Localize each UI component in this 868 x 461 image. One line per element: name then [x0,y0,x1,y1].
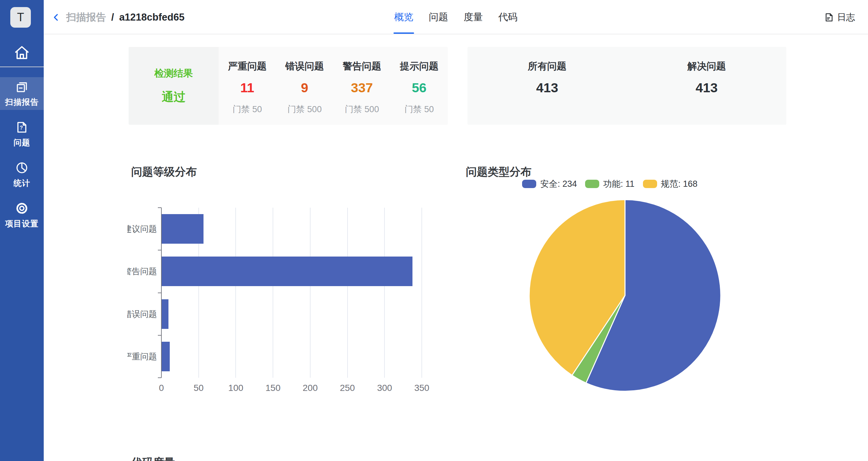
legend-item[interactable]: 安全: 234 [522,178,577,190]
tab-overview[interactable]: 概览 [394,0,414,34]
x-tick-label: 150 [266,383,281,393]
gridline [347,208,348,378]
x-tick-label: 350 [414,383,430,393]
total-label: 解决问题 [627,60,786,73]
metric-value: 11 [219,80,276,95]
total-all-issues: 所有问题 413 [467,47,627,125]
sidebar-item-home[interactable] [0,41,44,64]
issue-type-pie-chart [525,196,724,395]
y-axis-label: 警告问题 [127,266,157,277]
sidebar-item-scan-report[interactable]: 扫描报告 [0,77,44,110]
result-pass-block: 检测结果 通过 [129,47,219,125]
y-axis-tick [158,293,161,293]
scan-report-icon [15,80,29,94]
y-axis-tick [158,335,161,336]
breadcrumb-parent[interactable]: 扫描报告 [66,10,106,24]
metrics-row: 严重问题 11 门禁 50 错误问题 9 门禁 500 警告问题 337 门禁 … [219,47,448,125]
partial-section-title: 代码度量 [131,455,175,461]
legend-label: 安全: 234 [540,178,577,190]
sidebar-item-label: 项目设置 [5,218,38,229]
stats-pie-icon [15,161,29,175]
gridline [422,208,422,378]
total-label: 所有问题 [467,60,627,73]
x-tick-label: 200 [303,383,318,393]
legend-swatch [643,180,657,188]
y-axis-tick [158,377,161,378]
sidebar: T 扫描报告 ? 问题 [0,0,44,461]
tab-bar: 概览 问题 度量 代码 [394,0,518,34]
metric-gate: 门禁 50 [219,103,276,115]
bar [162,256,412,286]
breadcrumb: 扫描报告 / a1218cbfed65 [52,0,185,34]
y-axis-label: 错误问题 [127,309,157,319]
metric-hint: 提示问题 56 门禁 50 [391,47,448,125]
main-area: 扫描报告 / a1218cbfed65 概览 问题 度量 代码 日志 [44,0,868,461]
metric-label: 错误问题 [276,60,333,73]
home-icon [13,44,30,61]
gridline [384,208,385,378]
metric-gate: 门禁 50 [391,103,448,115]
metric-gate: 门禁 500 [276,103,333,115]
sidebar-item-label: 扫描报告 [5,97,38,107]
bar [162,342,170,371]
breadcrumb-current: a1218cbfed65 [119,11,185,23]
legend-swatch [522,180,536,188]
app-logo[interactable]: T [10,7,31,28]
issue-doc-icon: ? [15,121,29,134]
metric-warning: 警告问题 337 门禁 500 [333,47,391,125]
bar [162,214,204,244]
gridline [235,208,236,378]
x-tick-label: 100 [228,383,243,393]
metric-severe: 严重问题 11 门禁 50 [219,47,276,125]
metric-value: 9 [276,80,333,95]
legend-swatch [585,180,599,188]
x-tick-label: 50 [193,383,204,393]
pie-chart-title: 问题类型分布 [466,164,531,179]
metric-value: 56 [391,80,448,95]
metric-error: 错误问题 9 门禁 500 [276,47,333,125]
result-label: 检测结果 [154,67,193,80]
tab-issues[interactable]: 问题 [428,0,449,34]
tab-metrics[interactable]: 度量 [463,0,484,34]
legend-label: 规范: 168 [661,178,698,190]
svg-text:?: ? [20,125,23,130]
sidebar-item-project-settings[interactable]: 项目设置 [0,199,44,232]
issue-level-bar-chart: 050100150200250300350建议问题警告问题错误问题严重问题 [161,208,422,378]
sidebar-item-issues[interactable]: ? 问题 [0,118,44,150]
metric-value: 337 [333,80,391,95]
x-tick-label: 250 [340,383,355,393]
sidebar-item-stats[interactable]: 统计 [0,158,44,191]
sidebar-divider [0,66,44,67]
pie-chart-legend: 安全: 234功能: 11规范: 168 [514,178,706,190]
legend-item[interactable]: 规范: 168 [643,178,698,190]
y-axis-tick [158,250,161,250]
gridline [310,208,311,378]
total-value: 413 [467,80,627,95]
total-value: 413 [627,80,786,95]
bar [162,299,168,329]
log-doc-icon [824,12,834,23]
x-tick-label: 300 [377,383,392,393]
sidebar-item-label: 问题 [13,137,30,148]
log-button[interactable]: 日志 [824,0,855,34]
breadcrumb-separator: / [111,11,114,23]
total-resolved-issues: 解决问题 413 [627,47,786,125]
legend-label: 功能: 11 [603,178,634,190]
metric-label: 严重问题 [219,60,276,73]
legend-item[interactable]: 功能: 11 [585,178,634,190]
metric-label: 提示问题 [391,60,448,73]
sidebar-item-label: 统计 [13,178,30,188]
gridline [273,208,273,378]
back-chevron-icon[interactable] [52,12,61,22]
page-header: 扫描报告 / a1218cbfed65 概览 问题 度量 代码 日志 [44,0,868,34]
bar-chart-title: 问题等级分布 [131,164,197,179]
tab-code[interactable]: 代码 [498,0,518,34]
totals-card: 所有问题 413 解决问题 413 [467,47,786,125]
y-axis-label: 建议问题 [127,223,157,234]
result-value: 通过 [162,89,186,105]
y-axis-tick [158,207,161,208]
x-tick-label: 0 [159,383,164,393]
scan-report-page: T 扫描报告 ? 问题 [0,0,868,461]
metric-label: 警告问题 [333,60,391,73]
metric-gate: 门禁 500 [333,103,391,115]
